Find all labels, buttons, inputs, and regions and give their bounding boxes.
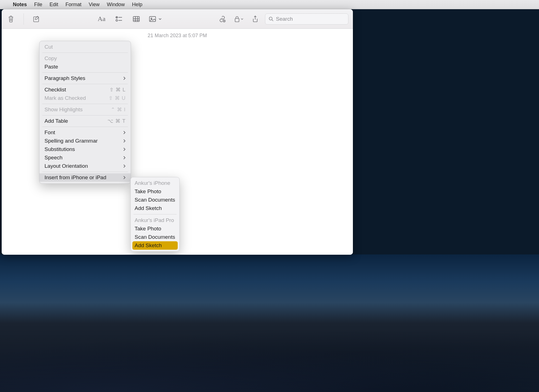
search-field[interactable]: Search (265, 13, 348, 25)
chevron-down-icon (241, 18, 243, 20)
menu-separator (42, 172, 128, 172)
svg-rect-3 (133, 16, 139, 22)
menu-item-layout-orientation[interactable]: Layout Orientation (39, 162, 131, 170)
app-name[interactable]: Notes (13, 2, 27, 8)
chevron-right-icon (123, 176, 126, 180)
checklist-button[interactable] (114, 14, 124, 24)
menu-item-add-table[interactable]: Add Table⌥ ⌘ T (39, 117, 131, 125)
menu-item-insert-from-iphone-or-ipad[interactable]: Insert from iPhone or iPad (39, 173, 131, 182)
submenu-item-take-photo[interactable]: Take Photo (131, 225, 179, 233)
format-text-button[interactable]: Aa (97, 14, 106, 24)
submenu-item-take-photo[interactable]: Take Photo (131, 187, 179, 196)
menu-item-checklist[interactable]: Checklist⇧ ⌘ L (39, 86, 131, 94)
submenu-device-header: Ankur's iPhone (131, 179, 179, 187)
menu-separator (42, 72, 128, 73)
submenu-item-add-sketch[interactable]: Add Sketch (131, 204, 179, 212)
menu-item-spelling-and-grammar[interactable]: Spelling and Grammar (39, 137, 131, 145)
menu-item-label: Paragraph Styles (44, 75, 85, 81)
menu-item-label: Layout Orientation (44, 163, 88, 169)
menu-file[interactable]: File (34, 2, 42, 8)
menu-separator (42, 84, 128, 84)
chevron-right-icon (123, 139, 126, 143)
menu-item-copy: Copy (39, 54, 131, 63)
menu-item-mark-as-checked: Mark as Checked⇧ ⌘ U (39, 94, 131, 102)
submenu-separator (133, 214, 177, 214)
context-menu: CutCopyPasteParagraph StylesChecklist⇧ ⌘… (39, 41, 131, 184)
table-button[interactable] (132, 14, 141, 24)
search-icon (269, 16, 274, 22)
chevron-right-icon (123, 156, 126, 160)
chevron-right-icon (123, 131, 126, 134)
chevron-down-icon (158, 17, 162, 21)
insert-from-device-submenu: Ankur's iPhoneTake PhotoScan DocumentsAd… (130, 177, 180, 252)
notes-toolbar: Aa (2, 9, 353, 29)
menu-item-paste[interactable]: Paste (39, 63, 131, 71)
menu-item-label: Insert from iPhone or iPad (44, 174, 106, 181)
desktop-wallpaper (0, 254, 539, 392)
menu-item-paragraph-styles[interactable]: Paragraph Styles (39, 74, 131, 82)
lock-note-button[interactable] (233, 14, 244, 24)
menu-format[interactable]: Format (65, 2, 81, 8)
menu-item-cut: Cut (39, 43, 131, 51)
menu-help[interactable]: Help (132, 2, 142, 8)
search-placeholder: Search (276, 16, 293, 22)
menu-item-label: Add Table (44, 118, 68, 124)
macos-menubar: Notes File Edit Format View Window Help (0, 0, 539, 9)
submenu-item-scan-documents[interactable]: Scan Documents (131, 196, 179, 204)
delete-note-button[interactable] (6, 14, 16, 24)
note-timestamp: 21 March 2023 at 5:07 PM (2, 29, 353, 39)
menu-shortcut: ⇧ ⌘ L (109, 87, 126, 93)
menu-item-label: Mark as Checked (44, 95, 86, 101)
menu-separator (42, 53, 128, 53)
svg-point-8 (269, 17, 272, 20)
submenu-device-header: Ankur's iPad Pro (131, 216, 179, 225)
submenu-item-scan-documents[interactable]: Scan Documents (131, 233, 179, 241)
menu-window[interactable]: Window (107, 2, 125, 8)
menu-item-label: Copy (44, 55, 57, 62)
menu-shortcut: ⌃ ⌘ I (111, 107, 126, 113)
menu-item-label: Font (44, 129, 55, 136)
menu-shortcut: ⌥ ⌘ T (107, 118, 126, 124)
menu-item-substitutions[interactable]: Substitutions (39, 145, 131, 154)
menu-item-label: Substitutions (44, 146, 75, 152)
svg-rect-7 (235, 18, 239, 22)
share-button[interactable] (250, 14, 260, 24)
menu-shortcut: ⇧ ⌘ U (109, 95, 126, 101)
menu-item-label: Paste (44, 64, 58, 70)
menu-item-label: Spelling and Grammar (44, 138, 98, 144)
notes-window: Aa (2, 9, 353, 255)
toolbar-separator (24, 13, 24, 25)
menu-edit[interactable]: Edit (50, 2, 58, 8)
menu-separator (42, 104, 128, 104)
menu-item-label: Checklist (44, 87, 66, 93)
menu-item-label: Speech (44, 155, 62, 161)
menu-item-speech[interactable]: Speech (39, 154, 131, 162)
menu-item-font[interactable]: Font (39, 128, 131, 137)
submenu-item-add-sketch[interactable]: Add Sketch (132, 241, 178, 250)
menu-view[interactable]: View (89, 2, 100, 8)
svg-point-2 (116, 20, 118, 21)
svg-point-5 (151, 18, 152, 19)
chevron-right-icon (123, 147, 126, 151)
menu-item-show-highlights: Show Highlights⌃ ⌘ I (39, 105, 131, 114)
menu-item-label: Show Highlights (44, 107, 83, 113)
menu-item-label: Cut (44, 44, 53, 50)
chevron-right-icon (123, 164, 126, 168)
menu-separator (42, 115, 128, 115)
link-note-button[interactable] (217, 14, 227, 24)
new-note-button[interactable] (32, 14, 41, 24)
menu-separator (42, 127, 128, 127)
media-button[interactable] (149, 14, 162, 24)
chevron-right-icon (123, 76, 126, 80)
